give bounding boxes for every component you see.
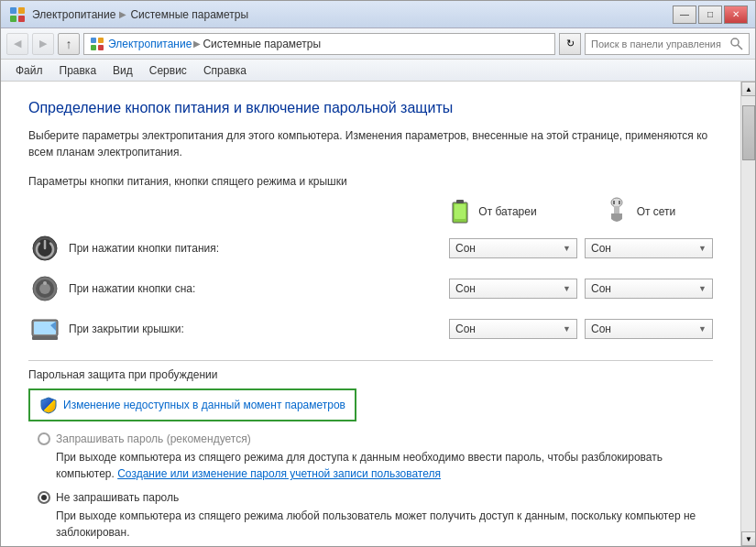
dropdown-arrow-1b: ▼ bbox=[698, 284, 707, 293]
path-current: Системные параметры bbox=[203, 38, 321, 50]
dropdown-arrow-0a: ▼ bbox=[563, 244, 571, 253]
power-row-0-power-dropdown[interactable]: Сон ▼ bbox=[585, 238, 713, 258]
svg-rect-11 bbox=[456, 200, 464, 203]
uac-icon bbox=[39, 396, 58, 414]
address-bar-icon bbox=[90, 37, 104, 51]
power-row-2-battery-dropdown[interactable]: Сон ▼ bbox=[449, 319, 577, 339]
radio-nopassword-description: При выходе компьютера из спящего режима … bbox=[56, 508, 713, 541]
svg-rect-2 bbox=[10, 16, 16, 22]
path-sep: ▶ bbox=[193, 38, 201, 49]
menu-bar: Файл Правка Вид Сервис Справка bbox=[1, 60, 755, 82]
power-table: При нажатии кнопки питания: Сон ▼ Сон ▼ bbox=[28, 232, 713, 345]
title-bar-text: Электропитание ▶ Системные параметры bbox=[32, 8, 248, 21]
power-row-1-battery-dropdown[interactable]: Сон ▼ bbox=[449, 279, 577, 299]
page-description: Выберите параметры электропитания для эт… bbox=[28, 127, 713, 160]
power-button-icon bbox=[28, 232, 61, 265]
scrollbar: ▲ ▼ bbox=[740, 82, 755, 546]
address-bar: Электропитание ▶ Системные параметры bbox=[83, 33, 555, 55]
col-header-battery: От батареи bbox=[420, 197, 566, 226]
main-window: Электропитание ▶ Системные параметры — □… bbox=[0, 0, 756, 547]
title-path-root: Электропитание bbox=[32, 8, 115, 21]
col-header-power: От сети bbox=[566, 197, 713, 226]
power-row-1: При нажатии кнопки сна: Сон ▼ Сон ▼ bbox=[28, 272, 713, 305]
power-row-2: При закрытии крышки: Сон ▼ Сон ▼ bbox=[28, 312, 713, 345]
change-settings-link[interactable]: Изменение недоступных в данный момент па… bbox=[63, 399, 345, 411]
menu-service[interactable]: Сервис bbox=[142, 62, 194, 79]
maximize-button[interactable]: □ bbox=[698, 5, 722, 24]
radio-header-require: Запрашивать пароль (рекомендуется) bbox=[38, 432, 713, 445]
dropdown-arrow-0b: ▼ bbox=[698, 244, 707, 253]
close-button[interactable]: ✕ bbox=[724, 5, 748, 24]
power-col-label: От сети bbox=[637, 205, 676, 218]
svg-rect-12 bbox=[455, 204, 466, 219]
power-row-0-label: При нажатии кнопки питания: bbox=[69, 242, 442, 255]
section-divider bbox=[28, 360, 713, 361]
power-row-0: При нажатии кнопки питания: Сон ▼ Сон ▼ bbox=[28, 232, 713, 265]
scroll-up-button[interactable]: ▲ bbox=[741, 82, 755, 96]
title-bar: Электропитание ▶ Системные параметры — □… bbox=[1, 1, 755, 28]
title-bar-controls: — □ ✕ bbox=[673, 5, 748, 24]
radio-require-description: При выходе компьютера из спящего режима … bbox=[56, 449, 713, 482]
svg-rect-25 bbox=[32, 336, 58, 340]
svg-rect-7 bbox=[98, 45, 104, 50]
svg-rect-6 bbox=[91, 45, 96, 50]
menu-help[interactable]: Справка bbox=[196, 62, 254, 79]
power-row-1-label: При нажатии кнопки сна: bbox=[69, 282, 442, 295]
scroll-thumb[interactable] bbox=[742, 105, 755, 160]
power-row-1-battery-value: Сон bbox=[455, 282, 476, 295]
menu-view[interactable]: Вид bbox=[105, 62, 140, 79]
up-button[interactable]: ↑ bbox=[58, 33, 80, 55]
title-path-current: Системные параметры bbox=[130, 8, 248, 21]
power-row-0-battery-dropdown[interactable]: Сон ▼ bbox=[449, 238, 577, 258]
minimize-button[interactable]: — bbox=[673, 5, 696, 24]
address-path: Электропитание ▶ Системные параметры bbox=[108, 38, 321, 50]
battery-column-icon bbox=[449, 197, 471, 226]
search-input[interactable] bbox=[591, 38, 727, 49]
power-row-0-power-value: Сон bbox=[591, 242, 611, 255]
lid-icon bbox=[28, 312, 61, 345]
svg-rect-3 bbox=[18, 16, 25, 22]
power-row-1-power-dropdown[interactable]: Сон ▼ bbox=[585, 279, 713, 299]
power-row-2-power-value: Сон bbox=[591, 323, 611, 335]
power-row-0-battery-value: Сон bbox=[455, 242, 476, 255]
menu-file[interactable]: Файл bbox=[8, 62, 50, 79]
search-icon bbox=[730, 38, 743, 50]
dropdown-arrow-1a: ▼ bbox=[563, 284, 571, 293]
title-bar-left: Электропитание ▶ Системные параметры bbox=[8, 5, 673, 24]
svg-rect-1 bbox=[18, 7, 25, 14]
radio-require-link[interactable]: Создание или изменение пароля учетной за… bbox=[117, 467, 441, 480]
radio-option-require: Запрашивать пароль (рекомендуется) При в… bbox=[38, 432, 713, 482]
power-column-icon bbox=[604, 197, 630, 226]
content-area: Определение кнопок питания и включение п… bbox=[1, 82, 740, 546]
change-settings-box[interactable]: Изменение недоступных в данный момент па… bbox=[28, 388, 356, 421]
forward-button[interactable]: ▶ bbox=[32, 33, 54, 55]
scroll-down-button[interactable]: ▼ bbox=[741, 531, 755, 546]
menu-edit[interactable]: Правка bbox=[52, 62, 104, 79]
svg-point-8 bbox=[731, 38, 739, 46]
scroll-track[interactable] bbox=[741, 96, 755, 531]
svg-rect-4 bbox=[91, 38, 96, 43]
radio-nopassword-label: Не запрашивать пароль bbox=[56, 491, 179, 504]
dropdown-arrow-2a: ▼ bbox=[563, 324, 571, 334]
table-header-row: От батареи От сети bbox=[28, 197, 713, 226]
svg-line-9 bbox=[738, 45, 742, 49]
search-bar bbox=[585, 33, 750, 55]
svg-rect-24 bbox=[34, 322, 56, 334]
nav-bar: ◀ ▶ ↑ Электропитание ▶ Системные парамет… bbox=[1, 28, 755, 60]
power-row-1-power-value: Сон bbox=[591, 282, 611, 295]
path-root[interactable]: Электропитание bbox=[108, 38, 192, 50]
radio-require-circle[interactable] bbox=[38, 432, 50, 445]
radio-require-label: Запрашивать пароль (рекомендуется) bbox=[56, 432, 251, 445]
refresh-button[interactable]: ↻ bbox=[559, 33, 581, 55]
power-row-2-power-dropdown[interactable]: Сон ▼ bbox=[585, 319, 713, 339]
radio-header-nopassword: Не запрашивать пароль bbox=[38, 491, 713, 504]
sleep-button-icon bbox=[28, 272, 61, 305]
power-row-2-label: При закрытии крышки: bbox=[69, 323, 442, 335]
power-row-2-battery-value: Сон bbox=[455, 323, 476, 335]
radio-nopassword-circle[interactable] bbox=[38, 491, 50, 504]
svg-rect-5 bbox=[98, 38, 104, 43]
battery-col-label: От батареи bbox=[478, 205, 536, 218]
svg-point-13 bbox=[611, 198, 622, 207]
back-button[interactable]: ◀ bbox=[6, 33, 28, 55]
svg-rect-0 bbox=[10, 7, 16, 14]
